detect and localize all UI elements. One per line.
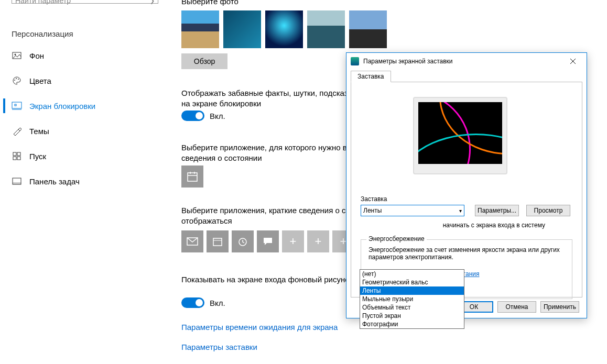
nav-item-start[interactable]: Пуск	[0, 144, 162, 169]
nav: Фон Цвета Экран блокировки Темы Пуск Пан…	[0, 43, 162, 194]
start-icon	[12, 151, 22, 161]
dropdown-option-none[interactable]: (нет)	[360, 270, 464, 278]
screensaver-params-button[interactable]: Параметры...	[475, 205, 519, 216]
chat-icon	[263, 237, 273, 246]
quick-tile-add-1[interactable]: +	[282, 230, 304, 252]
svg-rect-6	[15, 104, 16, 106]
dropdown-option-bubbles[interactable]: Мыльные пузыри	[360, 295, 464, 303]
dialog-titlebar: Параметры экранной заставки	[346, 53, 587, 70]
nav-item-lockscreen[interactable]: Экран блокировки	[0, 93, 162, 118]
dialog-icon	[351, 57, 359, 65]
quick-tile-messages[interactable]	[257, 230, 279, 252]
svg-point-3	[16, 78, 17, 79]
svg-rect-10	[13, 157, 16, 160]
calendar-icon	[187, 171, 198, 182]
picture-icon	[12, 50, 22, 61]
photo-thumb-1[interactable]	[181, 10, 219, 48]
taskbar-icon	[12, 176, 22, 186]
plus-icon: +	[290, 235, 297, 248]
section-title: Персонализация	[12, 29, 73, 38]
lockscreen-icon	[12, 101, 22, 111]
photo-thumb-4[interactable]	[307, 10, 345, 48]
svg-point-2	[14, 80, 15, 81]
chevron-down-icon: ▾	[459, 208, 462, 214]
dropdown-option-blank[interactable]: Пустой экран	[360, 312, 464, 320]
screensaver-settings-link[interactable]: Параметры заставки	[181, 343, 257, 351]
dialog-buttons: ОК Отмена Применить	[454, 301, 579, 313]
cancel-button[interactable]: Отмена	[497, 301, 536, 313]
quick-tile-alarm[interactable]	[232, 230, 254, 252]
svg-rect-19	[213, 238, 222, 246]
screensaver-combobox[interactable]: Ленты ▾	[361, 205, 464, 216]
svg-rect-14	[188, 173, 197, 181]
nav-item-taskbar[interactable]: Панель задач	[0, 169, 162, 194]
photo-thumb-2[interactable]	[223, 10, 261, 48]
mail-icon	[187, 237, 198, 246]
close-button[interactable]	[563, 54, 582, 69]
svg-rect-5	[12, 102, 21, 108]
active-indicator	[3, 98, 5, 113]
on-resume-label: начинать с экрана входа в систему	[361, 222, 545, 229]
power-management-legend: Энергосбережение	[366, 235, 427, 242]
svg-rect-8	[13, 152, 16, 156]
detail-app-tile[interactable]	[181, 166, 203, 187]
quick-apps-row: + + +	[181, 230, 354, 252]
tab-screensaver[interactable]: Заставка	[351, 71, 391, 82]
quick-tile-mail[interactable]	[181, 230, 203, 252]
dropdown-option-3dtext[interactable]: Объемный текст	[360, 303, 464, 312]
choose-photo-label: Выберите фото	[181, 0, 239, 6]
calendar-icon	[212, 236, 223, 247]
photo-thumb-3[interactable]	[265, 10, 303, 48]
nav-item-colors[interactable]: Цвета	[0, 68, 162, 93]
themes-icon	[12, 126, 22, 136]
search-chevron-icon: ❯	[150, 0, 155, 4]
svg-rect-11	[17, 157, 20, 160]
svg-point-1	[15, 54, 16, 56]
quick-tile-add-2[interactable]: +	[307, 230, 329, 252]
photo-thumbnails	[181, 10, 387, 48]
tab-strip: Заставка	[346, 70, 587, 82]
dropdown-option-ribbons[interactable]: Ленты	[360, 286, 464, 295]
dialog-title: Параметры экранной заставки	[363, 58, 453, 65]
fun-facts-toggle[interactable]: Вкл.	[181, 111, 225, 121]
palette-icon	[12, 75, 22, 86]
dropdown-option-photos[interactable]: Фотографии	[360, 320, 464, 328]
svg-rect-9	[17, 152, 20, 156]
nav-item-background[interactable]: Фон	[0, 43, 162, 68]
browse-button[interactable]: Обзор	[181, 53, 227, 69]
screensaver-dropdown-list: (нет) Геометрический вальс Ленты Мыльные…	[360, 269, 464, 329]
signin-bg-toggle[interactable]: Вкл.	[181, 297, 225, 308]
screen-timeout-link[interactable]: Параметры времени ожидания для экрана	[181, 323, 338, 332]
quick-tile-calendar[interactable]	[207, 230, 229, 252]
svg-rect-13	[13, 182, 21, 184]
photo-thumb-5[interactable]	[349, 10, 387, 48]
screensaver-field-label: Заставка	[361, 195, 387, 203]
apply-button[interactable]: Применить	[540, 301, 579, 313]
nav-item-themes[interactable]: Темы	[0, 118, 162, 144]
clock-icon	[237, 236, 248, 247]
dropdown-option-geom[interactable]: Геометрический вальс	[360, 278, 464, 286]
tab-body: Заставка Ленты ▾ Параметры... Просмотр н…	[351, 82, 582, 297]
close-icon	[570, 58, 576, 64]
svg-point-4	[18, 79, 19, 80]
plus-icon: +	[315, 235, 322, 248]
search-input[interactable]: Найти параметр ❯	[12, 0, 158, 4]
screensaver-preview-button[interactable]: Просмотр	[526, 205, 570, 216]
power-management-text: Энергосбережение за счет изменения яркос…	[368, 246, 565, 261]
screensaver-preview	[413, 97, 507, 174]
